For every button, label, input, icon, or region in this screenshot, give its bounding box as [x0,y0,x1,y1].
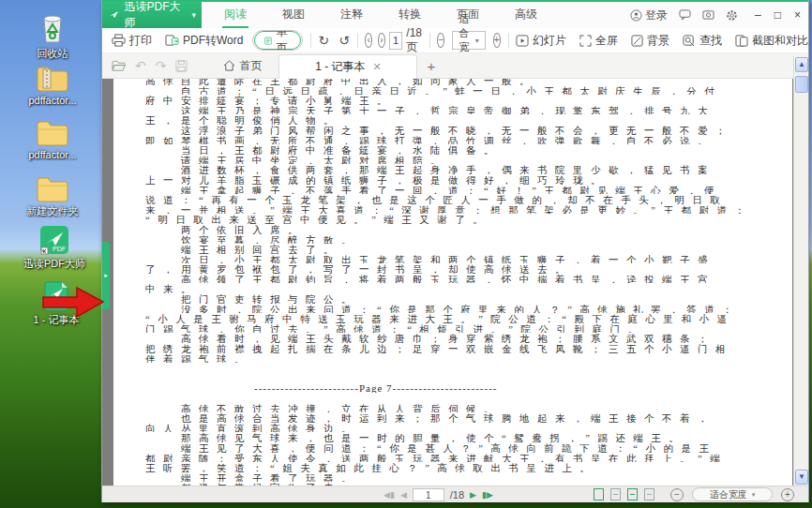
maximize-button[interactable]: □ [774,8,781,22]
menu-view[interactable]: 视图 [280,3,307,28]
document-line: 中来。 [145,283,792,293]
single-page-label: 单页 [276,30,291,51]
desktop-icon-label: 新建文件夹 [8,205,98,217]
app-brand-button[interactable]: 迅读PDF大师 ▾ [102,2,202,28]
feedback-icon[interactable] [679,9,691,21]
document-line: 向人丛里直滚到高俅身边。 [145,423,792,433]
document-line: 高俅领了王都尉钧旨，将着两般玉玩器，怀中揣着书呈，迳投端王宫 [145,274,792,284]
document-line: 即如琴棋书画，无所不通，踢球打弹，品竹调丝，吹弹歌舞，自不必说。 [145,135,792,145]
document-line: 饮宴至暮，尽醉方散。 [145,234,792,245]
document-line: 都尉亲随；受东人使令，送两般玉玩器来进献大王，有书呈在此拜上。”端 [145,453,792,463]
menu-advanced[interactable]: 高级 [513,3,539,28]
single-page-icon [264,35,272,47]
open-file-icon[interactable] [112,60,126,72]
document-line: 高俅自此遭际在王都尉府中出入，如同家人一般。 [145,79,792,85]
login-button[interactable]: 登录 [630,7,668,23]
desktop-icon-zip-folder[interactable]: pdffactor... [8,64,98,106]
desktop-icon-label: pdffactor... [8,149,98,160]
pdf-to-word-button[interactable]: PDF转Word [165,33,243,49]
print-button[interactable]: 打印 [112,33,152,49]
document-line: 这浮浪子弟门风帮闲之事，无一般不晓，无一般不会，更无一般不爱； [145,125,792,135]
menu-annotate[interactable]: 注释 [338,3,365,28]
snapshot-compare-button[interactable]: 截图和对比 [735,33,808,49]
document-tab[interactable]: 1 - 记事本 ✕ [278,54,417,79]
scroll-down-button[interactable]: ▼ [795,470,808,485]
next-page-button[interactable]: ▶ [470,490,476,500]
document-viewer[interactable]: 高俅自此遭际在王都尉府中出入，如同家人一般。 自古道：“日远日疏，日亲日近。”蚌… [102,79,793,486]
zoom-out-button[interactable]: − [437,33,444,48]
xundu-pdf-app-icon: PDF [39,225,69,255]
first-page-button[interactable]: ◀▮ [383,490,395,500]
background-icon [631,35,643,47]
gear-icon[interactable] [726,9,738,22]
document-line: 府中安排筵宴；专请小舅端王。 [145,95,792,105]
next-page-button[interactable]: › [378,33,385,48]
svg-text:PDF: PDF [53,246,66,252]
undo-icon[interactable]: ↶ [135,58,146,73]
page-layout-toggle: 单页 双页 [252,30,303,51]
document-line: 端王开盒子看了玩器。 [145,472,792,483]
single-page-button[interactable]: 单页 [254,31,301,50]
zoom-out-button[interactable]: − [670,488,684,501]
single-page-view-button[interactable] [594,488,604,501]
rotate-ccw-button[interactable]: ↺ [338,34,350,47]
prev-page-button[interactable]: ‹ [365,33,372,48]
prev-page-button[interactable]: ◀ [400,490,407,500]
document-line: 没多时，院公出来问道：“你是那个府里来的人？”高俅施礼罢，答道： [145,304,792,314]
continuous-view-button[interactable] [627,488,638,501]
rotate-cw-button[interactable]: ↻ [318,34,329,47]
desktop-icon-folder-1[interactable]: pdffactor... [8,118,98,160]
desktop-icon-recycle-bin[interactable]: 回收站 [8,13,98,59]
close-button[interactable]: × [794,8,801,22]
page-number-input[interactable]: 1 [413,488,444,501]
view-mode-group [594,488,654,501]
facing-view-button[interactable] [610,488,621,501]
menu-convert[interactable]: 转换 [397,3,423,28]
user-icon [630,9,642,22]
fit-mode-select[interactable]: 适合宽度 ▾ [452,31,485,50]
fullscreen-button[interactable]: 全屏 [579,33,618,49]
document-line: 上一对儿羊脂玉碾成的镇纸狮子，极是做得好，细巧玲珑。 [145,174,792,185]
document-line [145,393,792,403]
slideshow-button[interactable]: 幻灯片 [516,33,566,49]
app-logo-icon [108,8,120,22]
document-line: “小人是王驸马府中特送玉玩器来进大王。”院公道：“殿下在庭心里和小逼 [145,313,792,323]
slideshow-label: 幻灯片 [533,33,566,49]
recycle-bin-icon [37,13,68,45]
scroll-up-button[interactable]: ▲ [795,57,808,72]
add-tab-button[interactable]: + [427,58,435,74]
titlebar-right: 登录 – □ × [630,7,808,23]
minimize-button[interactable]: – [755,8,761,22]
document-line: 王听罢，笑道：“姐夫真如此挂心？”高俅取出书呈进上。 [145,462,792,472]
vertical-scrollbar[interactable]: ▲ ▼ [793,56,808,486]
tab-close-icon[interactable]: ✕ [373,61,382,73]
fullscreen-label: 全屏 [595,33,618,49]
desktop-icon-xundu-app[interactable]: PDF 迅读PDF大师 [9,225,99,269]
pdf-to-word-icon [165,34,179,47]
desktop-icon-new-folder[interactable]: 新建文件夹 [8,174,98,217]
background-button[interactable]: 背景 [631,33,669,49]
document-line: “明日取出来送至宫中便见。”端王又谢了。 [145,214,792,224]
status-bar: ◀▮ ◀ 1 /18 ▶ ▮▶ − 适合宽度 ▾ + [102,486,808,502]
home-button[interactable]: 首页 [223,58,262,74]
chevron-down-icon: ▾ [191,10,196,20]
scrollbar-thumb[interactable] [795,76,808,93]
fit-mode-select[interactable]: 适合宽度 ▾ [692,487,773,501]
chevron-down-icon: ▾ [475,37,479,45]
document-line [145,363,792,373]
last-page-button[interactable]: ▮▶ [482,490,493,500]
save-icon[interactable] [175,60,188,72]
find-button[interactable]: 查找 [683,33,722,49]
double-page-button[interactable]: 双页 [302,31,303,50]
screenshot-icon[interactable] [702,9,714,21]
page-number-input[interactable]: 1 [389,32,402,50]
document-line: 自古道：“日远日疏，日亲日近。”蚌一日，小王都太尉庆生辰，分付 [145,85,792,96]
zoom-in-button[interactable]: + [493,33,501,48]
continuous-facing-view-button[interactable] [644,488,654,501]
zoom-in-button[interactable]: + [781,488,794,501]
menu-bar: 阅读 视图 注释 转换 页面 高级 [222,3,539,28]
desktop-icon-label: 迅读PDF大师 [9,258,99,269]
menu-read[interactable]: 阅读 [222,3,248,28]
redo-icon[interactable]: ↷ [156,58,167,73]
file-tools: ↶ ↷ [102,58,188,73]
